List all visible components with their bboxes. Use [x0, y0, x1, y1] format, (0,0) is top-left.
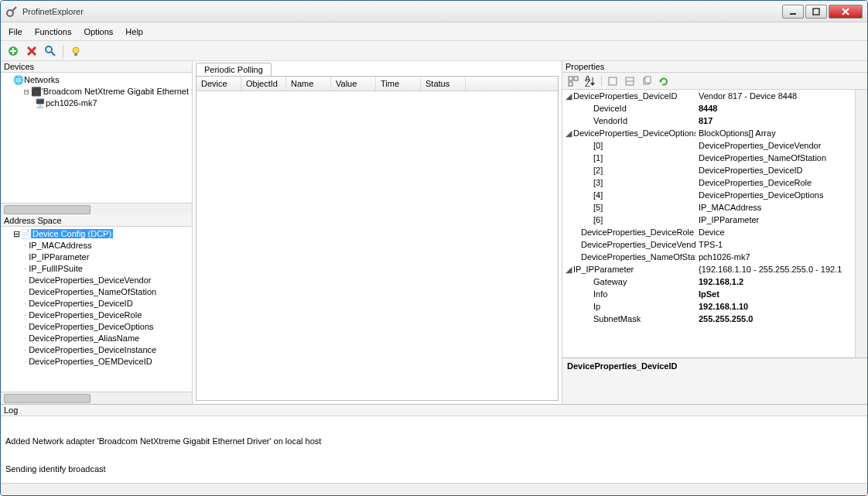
titlebar[interactable]: ProfinetExplorer	[1, 1, 867, 22]
devices-hscroll[interactable]	[1, 203, 192, 215]
copy-icon[interactable]	[641, 75, 653, 87]
svg-marker-27	[659, 80, 662, 83]
tabstrip: Periodic Polling	[193, 63, 562, 76]
properties-grid[interactable]: ◢DeviceProperties_DeviceIDVendor 817 - D…	[562, 90, 867, 357]
log-panel[interactable]: Added Network adapter 'Broadcom NetXtrem…	[1, 416, 867, 483]
addr-hscroll[interactable]	[1, 392, 192, 404]
address-space-header: Address Space	[1, 215, 192, 227]
addr-item[interactable]: · DeviceProperties_DeviceVendor	[24, 275, 190, 286]
config-icon: 📄	[20, 229, 31, 238]
log-header: Log	[1, 405, 867, 416]
properties-vscroll[interactable]	[855, 90, 867, 357]
toolbar-separator	[63, 45, 63, 57]
menu-file[interactable]: File	[9, 27, 22, 36]
menubar: File Functions Options Help	[1, 22, 867, 41]
svg-rect-16	[574, 77, 578, 80]
svg-line-1	[12, 7, 16, 11]
log-line: Added Network adapter 'Broadcom NetXtrem…	[5, 436, 863, 446]
app-icon	[5, 5, 18, 18]
col-name[interactable]: Name	[286, 77, 331, 91]
svg-marker-21	[590, 83, 595, 86]
polling-grid[interactable]: Device ObjectId Name Value Time Status	[196, 76, 559, 401]
minimize-button[interactable]	[782, 5, 804, 19]
devices-header: Devices	[1, 61, 192, 73]
props-icon-2[interactable]	[624, 75, 636, 87]
tab-periodic-polling[interactable]: Periodic Polling	[196, 63, 272, 76]
props-icon-1[interactable]	[607, 75, 619, 87]
maximize-button[interactable]	[805, 5, 827, 19]
addr-item[interactable]: · DeviceProperties_OEMDeviceID	[24, 356, 190, 368]
svg-rect-22	[609, 77, 617, 85]
log-hscroll[interactable]	[1, 483, 867, 495]
svg-rect-14	[74, 53, 77, 56]
search-icon[interactable]	[44, 45, 56, 57]
log-line: Sending identify broadcast	[5, 464, 863, 474]
adapter-icon: ⬛	[31, 86, 42, 97]
col-device[interactable]: Device	[196, 77, 241, 91]
add-icon[interactable]	[7, 45, 19, 57]
lightbulb-icon[interactable]	[70, 45, 82, 57]
toolbar	[1, 41, 867, 61]
devices-tree[interactable]: 🌐Networks ⊟⬛'Broadcom NetXtreme Gigabit …	[1, 73, 192, 203]
properties-description: DeviceProperties_DeviceID	[562, 357, 867, 404]
addr-item[interactable]: · DeviceProperties_AliasName	[24, 333, 190, 344]
menu-options[interactable]: Options	[84, 27, 113, 36]
properties-header: Properties	[562, 61, 867, 73]
addr-root[interactable]: ⊟📄Device Config (DCP) · IP_MACAddress· I…	[13, 228, 190, 368]
col-value[interactable]: Value	[331, 77, 376, 91]
svg-rect-3	[813, 9, 819, 15]
network-icon: 🌐	[13, 74, 24, 86]
svg-text:Z: Z	[585, 79, 590, 87]
addr-item[interactable]: · DeviceProperties_DeviceOptions	[24, 321, 190, 333]
address-space-tree[interactable]: ⊟📄Device Config (DCP) · IP_MACAddress· I…	[1, 227, 192, 392]
addr-item[interactable]: · DeviceProperties_DeviceID	[24, 298, 190, 310]
svg-point-11	[46, 46, 52, 53]
addr-item[interactable]: · IP_MACAddress	[24, 240, 190, 251]
addr-item[interactable]: · DeviceProperties_DeviceRole	[24, 310, 190, 321]
sort-icon[interactable]: AZ	[584, 75, 596, 87]
properties-toolbar: AZ	[562, 73, 867, 90]
addr-item[interactable]: · IP_IPParameter	[24, 251, 190, 263]
svg-rect-17	[569, 82, 572, 86]
menu-help[interactable]: Help	[125, 27, 143, 36]
svg-point-13	[73, 47, 79, 53]
col-objectid[interactable]: ObjectId	[241, 77, 286, 91]
addr-item[interactable]: · DeviceProperties_DeviceInstance	[24, 344, 190, 356]
device-icon: 🖥️	[35, 97, 46, 109]
svg-point-0	[7, 10, 13, 16]
window-title: ProfinetExplorer	[22, 7, 782, 16]
svg-line-12	[51, 52, 55, 56]
app-window: ProfinetExplorer File Functions Options …	[0, 0, 868, 496]
addr-item[interactable]: · DeviceProperties_NameOfStation	[24, 286, 190, 298]
refresh-icon[interactable]	[658, 75, 670, 87]
col-status[interactable]: Status	[421, 77, 466, 91]
menu-functions[interactable]: Functions	[35, 27, 72, 36]
col-time[interactable]: Time	[376, 77, 421, 91]
addr-item[interactable]: · IP_FullIPSuite	[24, 263, 190, 275]
categorized-icon[interactable]	[567, 75, 579, 87]
tree-adapter[interactable]: ⊟⬛'Broadcom NetXtreme Gigabit Ethernet D…	[24, 86, 190, 109]
tree-networks[interactable]: 🌐Networks ⊟⬛'Broadcom NetXtreme Gigabit …	[13, 74, 190, 109]
svg-rect-26	[645, 77, 651, 83]
svg-rect-15	[569, 77, 572, 80]
close-button[interactable]	[829, 5, 863, 19]
delete-icon[interactable]	[26, 45, 38, 57]
tree-device[interactable]: 🖥️pch1026-mk7	[35, 97, 190, 109]
